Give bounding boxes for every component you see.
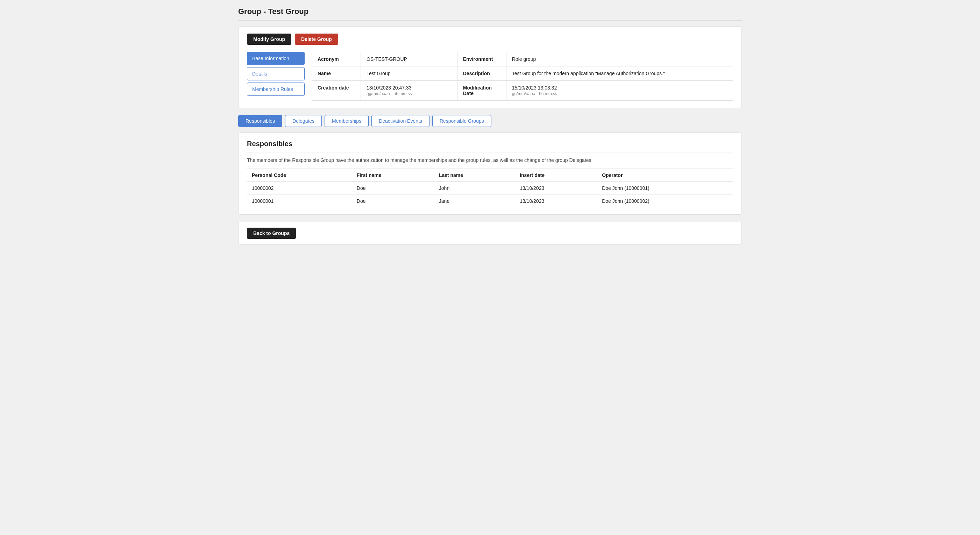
tab-responsibles[interactable]: Responsibles	[238, 115, 282, 127]
creation-date-sub: gg/mm/aaaa - hh:mm:ss	[366, 91, 452, 96]
insert-date-cell: 13/10/2023	[515, 182, 597, 195]
table-row: 10000002DoeJohn13/10/2023Doe John (10000…	[247, 182, 733, 195]
acronym-label: Acronym	[312, 52, 361, 67]
info-table: Acronym OS-TEST-GROUP Environment Role g…	[312, 52, 733, 101]
responsibles-section: Responsibles The members of the Responsi…	[238, 133, 742, 215]
environment-label: Environment	[457, 52, 506, 67]
tab-deactivation-events[interactable]: Deactivation Events	[371, 115, 430, 127]
modification-date-sub: gg/mm/aaaa - hh:mm:ss	[512, 91, 727, 96]
modification-date-value: 15/10/2023 13:03:32 gg/mm/aaaa - hh:mm:s…	[506, 81, 733, 101]
creation-date-value: 13/10/2023 20:47:33 gg/mm/aaaa - hh:mm:s…	[361, 81, 458, 101]
acronym-value: OS-TEST-GROUP	[361, 52, 458, 67]
personal-code-cell: 10000001	[247, 195, 352, 208]
modify-group-button[interactable]: Modify Group	[247, 33, 291, 45]
personal-code-cell: 10000002	[247, 182, 352, 195]
toolbar: Modify Group Delete Group	[247, 33, 733, 45]
col-insert-date: Insert date	[515, 169, 597, 182]
tab-memberships[interactable]: Memberships	[325, 115, 369, 127]
delete-group-button[interactable]: Delete Group	[295, 33, 338, 45]
description-value: Test Group for the modern application "M…	[506, 67, 733, 81]
description-label: Description	[457, 67, 506, 81]
col-first-name: First name	[352, 169, 434, 182]
insert-date-cell: 13/10/2023	[515, 195, 597, 208]
name-label: Name	[312, 67, 361, 81]
page-title: Group - Test Group	[238, 7, 742, 21]
tab-responsible-groups[interactable]: Responsible Groups	[432, 115, 492, 127]
last-name-cell: Jane	[434, 195, 515, 208]
sidebar-item-details[interactable]: Details	[247, 67, 305, 81]
environment-value: Role group	[506, 52, 733, 67]
creation-date-label: Creation date	[312, 81, 361, 101]
table-row: 10000001DoeJane13/10/2023Doe John (10000…	[247, 195, 733, 208]
tab-delegates[interactable]: Delegates	[285, 115, 322, 127]
operator-cell: Doe John (10000001)	[597, 182, 733, 195]
col-operator: Operator	[597, 169, 733, 182]
top-card: Modify Group Delete Group Base Informati…	[238, 26, 742, 108]
back-to-groups-button[interactable]: Back to Groups	[247, 228, 296, 239]
name-value: Test Group	[361, 67, 458, 81]
col-personal-code: Personal Code	[247, 169, 352, 182]
info-row-dates: Creation date 13/10/2023 20:47:33 gg/mm/…	[312, 81, 733, 101]
sidebar-item-membership-rules[interactable]: Membership Rules	[247, 83, 305, 96]
responsibles-description: The members of the Responsible Group hav…	[247, 157, 733, 163]
operator-cell: Doe John (10000002)	[597, 195, 733, 208]
responsibles-title: Responsibles	[247, 140, 733, 152]
footer-card: Back to Groups	[238, 222, 742, 245]
sidebar-item-base-information[interactable]: Base Information	[247, 52, 305, 65]
first-name-cell: Doe	[352, 182, 434, 195]
first-name-cell: Doe	[352, 195, 434, 208]
info-layout: Base Information Details Membership Rule…	[247, 52, 733, 101]
col-last-name: Last name	[434, 169, 515, 182]
left-nav: Base Information Details Membership Rule…	[247, 52, 305, 101]
info-row-name: Name Test Group Description Test Group f…	[312, 67, 733, 81]
modification-date-label: Modification Date	[457, 81, 506, 101]
table-header-row: Personal Code First name Last name Inser…	[247, 169, 733, 182]
responsibles-table: Personal Code First name Last name Inser…	[247, 168, 733, 207]
tabs-row: Responsibles Delegates Memberships Deact…	[238, 115, 742, 127]
info-row-acronym: Acronym OS-TEST-GROUP Environment Role g…	[312, 52, 733, 67]
last-name-cell: John	[434, 182, 515, 195]
